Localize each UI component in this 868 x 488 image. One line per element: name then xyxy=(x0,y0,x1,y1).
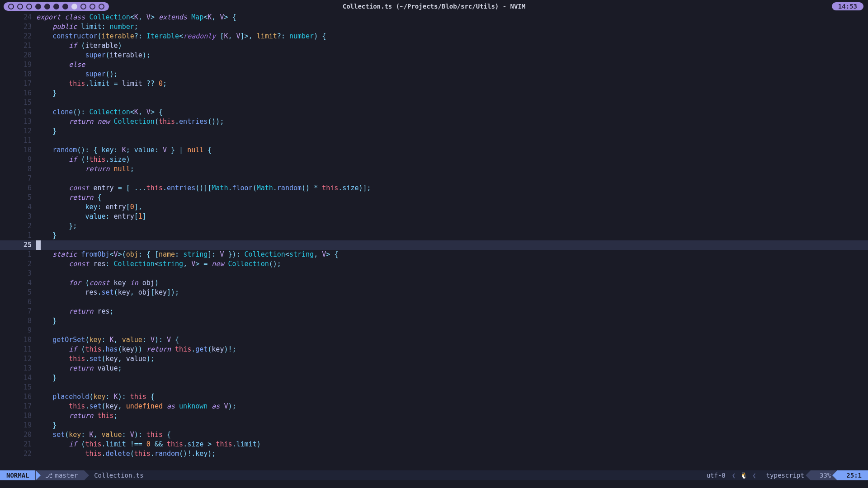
line-number: 4 xyxy=(0,278,36,288)
code-content: return { xyxy=(36,193,868,202)
code-line[interactable]: 6 xyxy=(0,297,868,307)
buffer-tab-icon[interactable] xyxy=(90,4,95,9)
code-line[interactable]: 20 set(key: K, value: V): this { xyxy=(0,430,868,440)
code-line[interactable]: 7 xyxy=(0,174,868,183)
code-line[interactable]: 19 } xyxy=(0,421,868,430)
line-number: 14 xyxy=(0,108,36,117)
code-line[interactable]: 6 const entry = [ ...this.entries()][Mat… xyxy=(0,183,868,193)
code-content: const res: Collection<string, V> = new C… xyxy=(36,259,868,269)
code-line[interactable]: 8 return null; xyxy=(0,164,868,174)
code-content: public limit: number; xyxy=(36,22,868,32)
code-line[interactable]: 14 clone(): Collection<K, V> { xyxy=(0,108,868,117)
code-line[interactable]: 2 }; xyxy=(0,221,868,231)
code-line[interactable]: 18 super(); xyxy=(0,70,868,79)
code-line[interactable]: 24export class Collection<K, V> extends … xyxy=(0,13,868,22)
buffer-tab-icon[interactable] xyxy=(62,4,68,9)
code-line[interactable]: 17 this.set(key, undefined as unknown as… xyxy=(0,402,868,411)
buffer-tab-icon[interactable] xyxy=(99,4,104,9)
code-line[interactable]: 13 return value; xyxy=(0,364,868,373)
buffer-tab-icon[interactable] xyxy=(80,4,86,9)
code-content: constructor(iterable?: Iterable<readonly… xyxy=(36,32,868,41)
code-line[interactable]: 17 this.limit = limit ?? 0; xyxy=(0,79,868,89)
cursor-position: 25:1 xyxy=(837,470,868,480)
code-line[interactable]: 23 public limit: number; xyxy=(0,22,868,32)
code-line[interactable]: 15 xyxy=(0,383,868,392)
line-number: 3 xyxy=(0,269,36,278)
code-line[interactable]: 7 return res; xyxy=(0,307,868,316)
code-line[interactable]: 4 for (const key in obj) xyxy=(0,278,868,288)
code-line[interactable]: 19 else xyxy=(0,60,868,70)
code-line[interactable]: 22 constructor(iterable?: Iterable<reado… xyxy=(0,32,868,41)
code-line[interactable]: 10 getOrSet(key: K, value: V): V { xyxy=(0,335,868,345)
code-line[interactable]: 12 this.set(key, value); xyxy=(0,354,868,364)
line-number: 25 xyxy=(0,240,36,250)
code-line[interactable]: 5 res.set(key, obj[key]); xyxy=(0,288,868,297)
code-line[interactable]: 3 xyxy=(0,269,868,278)
line-number: 1 xyxy=(0,250,36,259)
code-line[interactable]: 10 random(): { key: K; value: V } | null… xyxy=(0,145,868,155)
git-branch-icon: ⎇ xyxy=(45,470,52,480)
code-line[interactable]: 8 } xyxy=(0,316,868,326)
code-content xyxy=(36,269,868,278)
code-line[interactable]: 14 } xyxy=(0,373,868,383)
line-number: 3 xyxy=(0,212,36,221)
separator-icon: ❮ xyxy=(751,470,757,480)
code-content: for (const key in obj) xyxy=(36,278,868,288)
line-number: 15 xyxy=(0,98,36,108)
line-number: 20 xyxy=(0,430,36,440)
code-line[interactable]: 2 const res: Collection<string, V> = new… xyxy=(0,259,868,269)
code-line[interactable]: 21 if (iterable) xyxy=(0,41,868,51)
buffer-tab-icon[interactable] xyxy=(8,4,14,9)
code-line[interactable]: 13 return new Collection(this.entries())… xyxy=(0,117,868,127)
code-line[interactable]: 11 if (this.has(key)) return this.get(ke… xyxy=(0,345,868,354)
code-content: const entry = [ ...this.entries()][Math.… xyxy=(36,183,868,193)
code-line[interactable]: 22 this.delete(this.random()!.key); xyxy=(0,449,868,459)
filename: Collection.ts xyxy=(84,470,150,480)
code-line[interactable]: 9 if (!this.size) xyxy=(0,155,868,164)
buffer-tab-icon[interactable] xyxy=(26,4,32,9)
git-branch-name: master xyxy=(55,470,78,480)
code-line[interactable]: 21 if (this.limit !== 0 && this.size > t… xyxy=(0,440,868,449)
code-content: random(): { key: K; value: V } | null { xyxy=(36,145,868,155)
buffer-tab-icon[interactable] xyxy=(44,4,50,9)
code-line[interactable]: 16 placehold(key: K): this { xyxy=(0,392,868,402)
buffer-tabs[interactable] xyxy=(4,2,109,11)
code-line[interactable]: 5 return { xyxy=(0,193,868,202)
code-line[interactable]: 18 return this; xyxy=(0,411,868,421)
buffer-tab-icon[interactable] xyxy=(71,4,77,9)
buffer-tab-icon[interactable] xyxy=(17,4,23,9)
code-line[interactable]: 15 xyxy=(0,98,868,108)
code-line[interactable]: 12 } xyxy=(0,127,868,136)
code-content: if (iterable) xyxy=(36,41,868,51)
line-number: 8 xyxy=(0,164,36,174)
code-content xyxy=(36,240,868,250)
code-line[interactable]: 16 } xyxy=(0,89,868,98)
code-line[interactable]: 1 } xyxy=(0,231,868,240)
line-number: 6 xyxy=(0,183,36,193)
code-line[interactable]: 1 static fromObj<V>(obj: { [name: string… xyxy=(0,250,868,259)
line-number: 5 xyxy=(0,193,36,202)
code-content: key: entry[0], xyxy=(36,202,868,212)
code-line[interactable]: 20 super(iterable); xyxy=(0,51,868,60)
code-line[interactable]: 3 value: entry[1] xyxy=(0,212,868,221)
line-number: 12 xyxy=(0,127,36,136)
code-content: set(key: K, value: V): this { xyxy=(36,430,868,440)
code-content xyxy=(36,326,868,335)
line-number: 18 xyxy=(0,411,36,421)
buffer-tab-icon[interactable] xyxy=(35,4,41,9)
editor[interactable]: 24export class Collection<K, V> extends … xyxy=(0,13,868,476)
line-number: 1 xyxy=(0,231,36,240)
code-line[interactable]: 9 xyxy=(0,326,868,335)
code-content: super(iterable); xyxy=(36,51,868,60)
cursor-line[interactable]: 25 xyxy=(0,240,868,250)
buffer-tab-icon[interactable] xyxy=(53,4,59,9)
clock: 14:53 xyxy=(832,2,863,10)
cmdline[interactable] xyxy=(0,480,868,488)
line-number: 7 xyxy=(0,307,36,316)
code-content: res.set(key, obj[key]); xyxy=(36,288,868,297)
line-number: 12 xyxy=(0,354,36,364)
line-number: 13 xyxy=(0,364,36,373)
mode-indicator: NORMAL xyxy=(0,470,36,480)
code-line[interactable]: 11 xyxy=(0,136,868,145)
code-line[interactable]: 4 key: entry[0], xyxy=(0,202,868,212)
